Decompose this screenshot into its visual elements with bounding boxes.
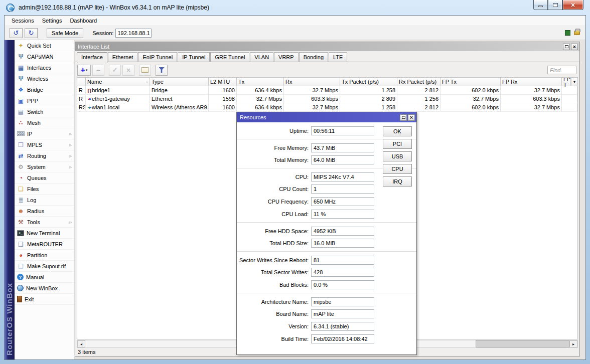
tab[interactable]: VRRP: [274, 52, 299, 62]
sidebar-item[interactable]: Exit: [15, 294, 74, 305]
resource-value-field[interactable]: Feb/02/2016 14:08:42: [311, 334, 374, 343]
submenu-arrow-icon: ▹: [69, 142, 72, 147]
sidebar-item-label: MPLS: [27, 142, 69, 148]
column-header-l2mtu[interactable]: L2 MTU: [209, 78, 237, 86]
add-button[interactable]: [77, 65, 91, 76]
sidebar-item[interactable]: Interfaces: [15, 62, 74, 73]
resource-value-field[interactable]: 16.0 MiB: [311, 239, 374, 248]
scrollbar-thumb[interactable]: [476, 340, 569, 347]
column-header-rx-packet[interactable]: Rx Packet (p/s): [397, 78, 440, 86]
column-header-tx[interactable]: Tx: [237, 78, 284, 86]
sidebar-item[interactable]: Make Supout.rif: [15, 261, 74, 272]
irq-button[interactable]: IRQ: [383, 176, 412, 187]
tab[interactable]: Interface: [77, 52, 107, 63]
resource-value-field[interactable]: 4952 KiB: [311, 227, 374, 236]
resource-value-field[interactable]: 1: [311, 185, 374, 194]
resource-value-field[interactable]: 81: [311, 256, 374, 265]
menu-item[interactable]: Sessions: [8, 16, 38, 25]
sidebar-item[interactable]: Files: [15, 184, 74, 195]
redo-button[interactable]: [25, 28, 38, 38]
resource-value-field[interactable]: 6.34.1 (stable): [311, 322, 374, 331]
sidebar-item[interactable]: Quick Set: [15, 40, 74, 51]
maximize-button[interactable]: [548, 0, 562, 10]
interface-list-titlebar[interactable]: Interface List: [75, 42, 579, 51]
sidebar-item[interactable]: Switch: [15, 106, 74, 117]
pci-button[interactable]: PCI: [383, 139, 412, 149]
sidebar-item[interactable]: Mesh: [15, 117, 74, 128]
tab[interactable]: VLAN: [250, 52, 273, 62]
window-titlebar[interactable]: admin@192.168.88.1 (mAP lite) - WinBox v…: [0, 0, 590, 15]
sidebar-item[interactable]: MetaROUTER: [15, 239, 74, 250]
interface-list-maximize-button[interactable]: [563, 44, 570, 50]
column-header-fp-tx[interactable]: FP Tx: [440, 78, 501, 86]
sidebar-item[interactable]: Radius: [15, 206, 74, 217]
resource-value-field[interactable]: 64.0 MiB: [311, 155, 374, 164]
column-header-tx-packet[interactable]: Tx Packet (p/s): [340, 78, 397, 86]
tab[interactable]: EoIP Tunnel: [138, 52, 177, 62]
scroll-right-arrow[interactable]: ▸: [569, 340, 577, 347]
sidebar-item[interactable]: Wireless: [15, 73, 74, 84]
resource-value-field[interactable]: 00:56:11: [311, 126, 374, 135]
enable-button[interactable]: [109, 65, 121, 76]
resource-value-field[interactable]: 650 MHz: [311, 197, 374, 206]
sidebar-item[interactable]: MPLS ▹: [15, 139, 74, 150]
sidebar-item-label: PPP: [27, 98, 72, 104]
sidebar-item[interactable]: IP ▹: [15, 128, 74, 139]
comment-button[interactable]: [139, 65, 151, 76]
resource-value-field[interactable]: MIPS 24Kc V7.4: [311, 172, 374, 181]
tab[interactable]: IP Tunnel: [178, 52, 210, 62]
cell-fp-tx: 602.0 kbps: [440, 86, 501, 94]
resource-value-field[interactable]: mAP lite: [311, 309, 374, 318]
resource-value-field[interactable]: 0.0 %: [311, 280, 374, 289]
sidebar-item[interactable]: New Terminal: [15, 228, 74, 239]
sidebar-item[interactable]: New WinBox: [15, 283, 74, 294]
session-input[interactable]: [115, 29, 152, 38]
find-input[interactable]: [547, 66, 576, 74]
column-header-flags[interactable]: [77, 78, 86, 86]
table-row[interactable]: RS wlan1-local Wireless (Atheros AR9... …: [77, 103, 577, 112]
minimize-button[interactable]: [533, 0, 548, 10]
sidebar-item[interactable]: Bridge: [15, 84, 74, 95]
resource-value-field[interactable]: 11 %: [311, 210, 374, 219]
column-header-rx[interactable]: Rx: [284, 78, 340, 86]
sidebar-item[interactable]: Partition: [15, 250, 74, 261]
sidebar-item[interactable]: Queues: [15, 172, 74, 184]
sidebar-item[interactable]: Routing ▹: [15, 150, 74, 161]
sidebar-item[interactable]: CAPsMAN: [15, 51, 74, 62]
resources-maximize-button[interactable]: [400, 114, 407, 121]
undo-button[interactable]: [10, 28, 23, 38]
tab[interactable]: Ethernet: [108, 52, 138, 62]
column-header-fp-rx[interactable]: FP Rx: [501, 78, 562, 86]
close-button[interactable]: [562, 0, 583, 10]
usb-button[interactable]: USB: [383, 151, 412, 161]
tab[interactable]: LTE: [329, 52, 347, 62]
resource-value-field[interactable]: mipsbe: [311, 297, 374, 306]
sidebar-item[interactable]: System ▹: [15, 161, 74, 172]
table-row[interactable]: R bridge1 Bridge 1600 636.4 kbps 32.7 Mb…: [77, 86, 577, 95]
resource-value-field[interactable]: 43.7 MiB: [311, 143, 374, 152]
column-header-type[interactable]: Type: [150, 78, 209, 86]
resources-close-button[interactable]: [408, 114, 415, 121]
column-chooser-button[interactable]: [571, 78, 577, 86]
menu-item[interactable]: Dashboard: [66, 16, 101, 25]
resources-dialog-titlebar[interactable]: Resources: [237, 112, 416, 122]
sidebar-item[interactable]: PPP: [15, 95, 74, 106]
disable-button[interactable]: [122, 65, 134, 76]
safe-mode-button[interactable]: Safe Mode: [47, 28, 83, 38]
sidebar-item[interactable]: Manual: [15, 272, 74, 283]
column-header-fp-t[interactable]: FP T: [562, 78, 571, 86]
filter-button[interactable]: [156, 65, 168, 76]
tab[interactable]: Bonding: [299, 52, 328, 62]
resource-value-field[interactable]: 428: [311, 268, 374, 277]
sidebar-item[interactable]: Tools ▹: [15, 217, 74, 228]
cpu-button[interactable]: CPU: [383, 164, 412, 174]
remove-button[interactable]: [92, 65, 104, 76]
scroll-left-arrow[interactable]: ◂: [77, 340, 85, 347]
sidebar-item[interactable]: Log: [15, 195, 74, 206]
ok-button[interactable]: OK: [383, 126, 412, 136]
interface-list-close-button[interactable]: [571, 44, 578, 50]
column-header-name[interactable]: Name▵: [86, 78, 150, 86]
tab[interactable]: GRE Tunnel: [210, 52, 249, 62]
menu-item[interactable]: Settings: [38, 16, 66, 25]
table-row[interactable]: R ether1-gateway Ethernet 1598 32.7 Mbps…: [77, 95, 577, 103]
